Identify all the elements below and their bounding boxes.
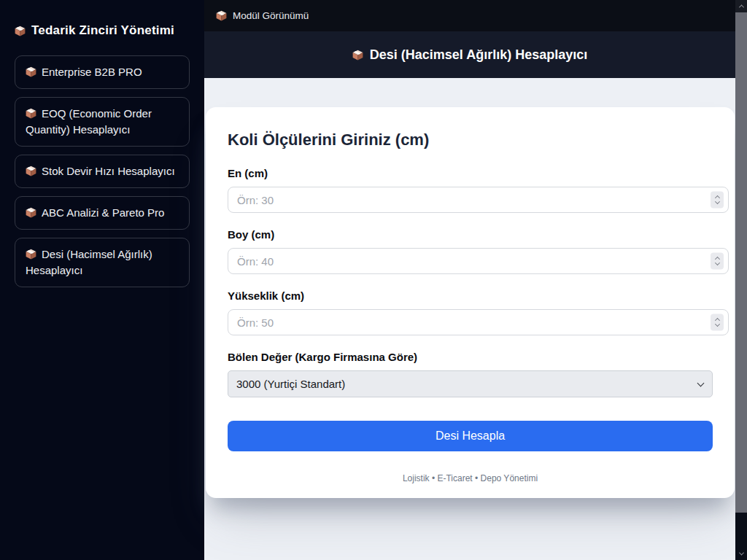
stepper-down-icon[interactable] [714,260,719,265]
package-icon [216,10,227,21]
height-input[interactable] [228,309,729,335]
length-label: Boy (cm) [228,228,713,241]
sidebar-item-enterprise-b2b[interactable]: Enterprise B2B PRO [15,55,190,89]
divisor-select-wrap: 3000 (Yurtiçi Standart) [228,370,713,397]
content-area: Koli Ölçülerini Giriniz (cm) En (cm) Boy… [204,78,735,560]
sidebar-title: Tedarik Zinciri Yönetimi [15,23,190,38]
width-stepper[interactable] [711,192,724,209]
sidebar-item-label: Enterprise B2B PRO [42,66,142,78]
width-input[interactable] [228,187,729,213]
chevron-up-icon [738,4,743,9]
topbar-label: Modül Görünümü [233,10,309,21]
calculate-desi-button[interactable]: Desi Hesapla [228,421,713,451]
page-header: Desi (Hacimsel Ağırlık) Hesaplayıcı [204,31,735,78]
package-icon [26,249,36,260]
sidebar-item-stok-devir[interactable]: Stok Devir Hızı Hesaplayıcı [15,155,190,188]
sidebar-item-abc-analizi[interactable]: ABC Analizi & Pareto Pro [15,196,190,230]
sidebar-item-label: Desi (Hacimsel Ağırlık) Hesaplayıcı [26,248,152,276]
sidebar-item-label: EOQ (Economic Order Quantity) Hesaplayıc… [26,107,152,136]
sidebar-item-label: ABC Analizi & Pareto Pro [42,206,164,219]
vertical-scrollbar[interactable] [735,0,747,560]
sidebar-item-eoq[interactable]: EOQ (Economic Order Quantity) Hesaplayıc… [15,97,190,147]
package-icon [26,166,36,176]
divisor-label: Bölen Değer (Kargo Firmasına Göre) [228,351,713,363]
package-icon [15,26,26,36]
stepper-down-icon[interactable] [714,322,719,327]
package-icon [26,66,36,77]
sidebar: Tedarik Zinciri Yönetimi Enterprise B2B … [0,0,204,560]
card-footer-tags: Lojistik • E-Ticaret • Depo Yönetimi [228,473,713,483]
page-title: Desi (Hacimsel Ağırlık) Hesaplayıcı [370,47,587,63]
length-field-wrap [228,248,729,274]
height-stepper[interactable] [711,314,724,331]
scrollbar-thumb[interactable] [735,12,747,513]
width-label: En (cm) [228,167,713,179]
package-icon [26,108,36,119]
length-stepper[interactable] [711,253,724,270]
height-label: Yükseklik (cm) [228,289,713,302]
sidebar-item-label: Stok Devir Hızı Hesaplayıcı [42,165,175,177]
width-field-wrap [228,187,729,213]
app-window: Tedarik Zinciri Yönetimi Enterprise B2B … [0,0,747,560]
stepper-down-icon[interactable] [714,199,719,204]
height-field-wrap [228,309,729,335]
scroll-down-button[interactable] [735,548,747,560]
card-heading: Koli Ölçülerini Giriniz (cm) [228,131,713,149]
sidebar-item-desi[interactable]: Desi (Hacimsel Ağırlık) Hesaplayıcı [15,238,190,287]
divisor-select[interactable]: 3000 (Yurtiçi Standart) [228,370,713,397]
length-input[interactable] [228,248,729,274]
topbar: Modül Görünümü [204,0,735,31]
package-icon [26,207,36,218]
desi-calculator-card: Koli Ölçülerini Giriniz (cm) En (cm) Boy… [206,107,735,498]
scroll-up-button[interactable] [735,0,747,12]
package-icon [352,50,363,61]
sidebar-title-label: Tedarik Zinciri Yönetimi [31,23,174,38]
chevron-down-icon [738,551,743,556]
main-area: Modül Görünümü Desi (Hacimsel Ağırlık) H… [204,0,735,560]
